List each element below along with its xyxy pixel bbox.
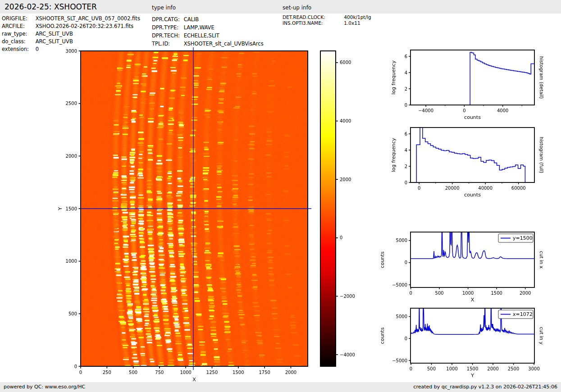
main-ylabel: Y xyxy=(57,207,63,210)
dprtech-label: DPR.TECH: xyxy=(152,32,182,40)
dprtype-value: LAMP,WAVE xyxy=(184,23,214,32)
tick-label: 6 xyxy=(405,54,407,59)
histogram_detail-right-label: histogram (detail) xyxy=(539,56,544,99)
histogram_full-right-label: histogram (full) xyxy=(539,137,544,173)
tick-label: 0 xyxy=(409,291,412,296)
dprtech-value: ECHELLE,SLIT xyxy=(184,32,219,40)
cut_in_x-curve xyxy=(411,229,534,259)
origfile-label: ORIGFILE: xyxy=(2,15,34,23)
tick-label: 2500 xyxy=(66,101,77,106)
cut_in_x-ylabel: counts xyxy=(379,251,385,268)
tick-label: 20000 xyxy=(445,186,460,191)
tick-label: 0 xyxy=(410,366,412,371)
origfile-value: XSHOOTER_SLT_ARC_UVB_057_0002.fits xyxy=(36,15,140,23)
type-info-block: DPR.CATG: CALIB DPR.TYPE: LAMP,WAVE DPR.… xyxy=(152,15,264,48)
tick-label: 500 xyxy=(435,291,444,296)
tick-label: 0 xyxy=(405,103,407,108)
arcfile-value: XSHOO.2026-02-26T20:32:23.671.fits xyxy=(36,23,134,30)
tick-label: 2000 xyxy=(487,366,498,371)
info-row-dprcatg: DPR.CATG: CALIB xyxy=(152,15,264,23)
tick-label: 1250 xyxy=(206,370,218,375)
histogram_full-ylabel: log frequency xyxy=(391,138,397,172)
histogram_detail-frame xyxy=(410,50,534,105)
type-info-heading: type info xyxy=(152,5,176,11)
tick-label: 4000 xyxy=(340,119,351,123)
rawtype-value: ARC_SLIT_UVB xyxy=(36,30,73,38)
tick-label: 5000 xyxy=(396,314,407,319)
histogram_detail-curve xyxy=(410,52,534,105)
tick-label: 0 xyxy=(405,260,407,265)
histogram_detail-xlabel: counts xyxy=(464,114,481,120)
histogram_full-xlabel: counts xyxy=(464,192,481,198)
opti3name-value: 1.0x11 xyxy=(344,20,360,26)
header-bar: 2026-02-25: XSHOOTER type info set-up in… xyxy=(0,0,561,14)
tick-label: 0 xyxy=(340,235,342,240)
tick-label: 750 xyxy=(155,370,164,375)
tick-label: 0 xyxy=(418,186,420,191)
colorbar xyxy=(320,51,336,366)
tick-label: 500 xyxy=(427,366,436,371)
tick-label: 4000 xyxy=(497,108,508,113)
info-row-dprtype: DPR.TYPE: LAMP,WAVE xyxy=(152,23,264,32)
opti3name-label: INS.OPTI3.NAME: xyxy=(283,20,342,26)
info-row-origfile: ORIGFILE: XSHOOTER_SLT_ARC_UVB_057_0002.… xyxy=(2,15,140,23)
histogram_full-frame xyxy=(410,128,534,182)
doclass-value: ARC_SLIT_UVB xyxy=(36,38,73,46)
tick-label: 2000 xyxy=(340,177,351,182)
tick-label: 0 xyxy=(74,364,77,369)
info-row-opti3name: INS.OPTI3.NAME: 1.0x11 xyxy=(283,20,371,26)
tick-label: 2500 xyxy=(508,366,519,371)
tick-label: 2000 xyxy=(66,154,77,159)
extension-label: extension: xyxy=(2,46,34,53)
cut_in_y-frame xyxy=(410,308,534,363)
tick-label: 2000 xyxy=(520,291,531,296)
tick-label: −4000 xyxy=(418,108,433,113)
dprcatg-value: CALIB xyxy=(184,15,199,23)
cut_in_x-xlabel: X xyxy=(471,297,474,303)
tick-label: −5000 xyxy=(392,358,407,363)
tick-label: 5000 xyxy=(396,238,407,243)
cut_in_y-legend-box xyxy=(498,310,533,319)
info-row-arcfile: ARCFILE: XSHOO.2026-02-26T20:32:23.671.f… xyxy=(2,23,140,30)
tick-label: 0 xyxy=(79,370,82,375)
rawtype-label: raw_type: xyxy=(2,30,34,38)
tick-label: −2000 xyxy=(340,294,355,299)
tick-label: 1500 xyxy=(467,366,478,371)
cut_in_y-legend-label: x=1072 xyxy=(513,311,533,317)
tick-label: 6 xyxy=(405,132,407,137)
cut_in_x-legend-label: y=1500 xyxy=(513,235,533,241)
tick-label: 1000 xyxy=(66,259,77,264)
dprcatg-label: DPR.CATG: xyxy=(152,15,182,23)
tplid-label: TPL.ID: xyxy=(152,40,182,48)
tick-label: 1500 xyxy=(491,291,502,296)
tick-label: 3000 xyxy=(528,366,539,371)
cut_in_x-right-label: cut in x xyxy=(539,251,544,269)
tick-label: 0 xyxy=(405,336,407,341)
tick-label: 1500 xyxy=(66,206,77,211)
tick-label: 1000 xyxy=(180,370,191,375)
info-row-rawtype: raw_type: ARC_SLIT_UVB xyxy=(2,30,140,38)
tick-label: −5000 xyxy=(392,283,407,287)
qc-report-page: 2026-02-25: XSHOOTER type info set-up in… xyxy=(0,0,561,392)
tick-label: 4 xyxy=(405,148,407,153)
arcfile-label: ARCFILE: xyxy=(2,23,34,30)
tick-label: 1500 xyxy=(233,370,244,375)
cut_in_y-ylabel: counts xyxy=(379,327,385,344)
tick-label: 500 xyxy=(68,311,77,316)
cut_in_y-right-label: cut in y xyxy=(539,327,544,344)
cut_in_y-curve xyxy=(411,305,534,334)
info-row-doclass: do_class: ARC_SLIT_UVB xyxy=(2,38,140,46)
readclock-value: 400k/1pt/lg xyxy=(344,14,371,20)
tick-label: 6000 xyxy=(340,60,351,65)
tick-label: 250 xyxy=(103,370,111,375)
tplid-value: XSHOOTER_slt_cal_UVBVisArcs xyxy=(184,40,264,48)
info-row-tplid: TPL.ID: XSHOOTER_slt_cal_UVBVisArcs xyxy=(152,40,264,48)
footer-powered-by: powered by QC: www.eso.org/HC xyxy=(4,384,85,390)
readclock-label: DET.READ.CLOCK: xyxy=(283,14,342,20)
tick-label: 1000 xyxy=(462,291,474,296)
tick-label: 0 xyxy=(405,180,407,185)
extension-value: 0 xyxy=(36,46,39,53)
tick-label: 2 xyxy=(405,164,407,169)
tick-label: 2 xyxy=(405,87,407,91)
setup-info-heading: set-up info xyxy=(283,5,311,11)
